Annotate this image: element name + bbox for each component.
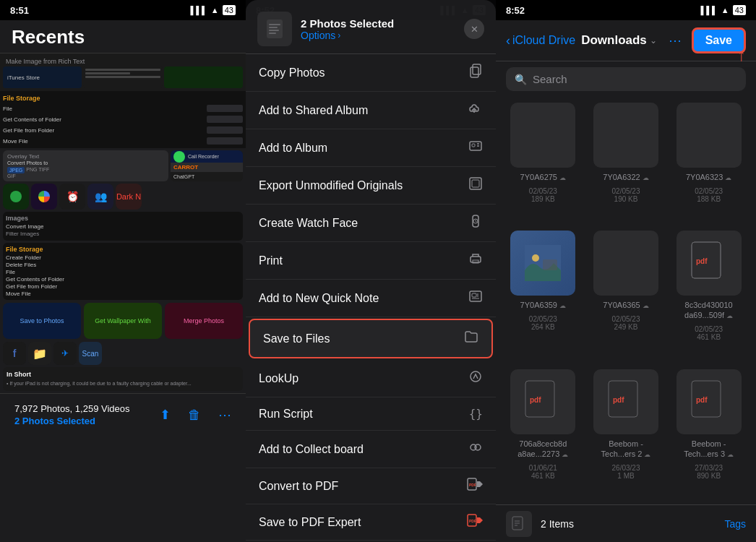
shortcuts-area: Make Image from Rich Text iTunes Store [0, 53, 246, 91]
signal-icon-3: ▌▌▌ [700, 6, 717, 14]
lookup-icon-svg [468, 369, 483, 384]
battery-icon-3: 43 [733, 5, 746, 15]
contacts-emoji: 👥 [95, 191, 107, 202]
share-item-save-files[interactable]: Save to Files ↙ [249, 319, 493, 358]
icloud-footer: 2 Items Tags [496, 504, 756, 542]
get-file-label: Get File from Folder [6, 283, 240, 290]
save-files-icon [464, 330, 478, 348]
file-thumb-2 [593, 103, 658, 168]
file-item-7[interactable]: pdf 706a8cecb8da8ae...2273 ☁ 01/06/21461… [506, 369, 580, 499]
footer-doc-icon [512, 516, 526, 532]
svg-rect-3 [269, 30, 279, 31]
delete-icon[interactable]: 🗑 [188, 408, 201, 423]
file-thumb-8: pdf [593, 369, 658, 434]
convert-item: Overlay Text Convert Photos to JPEG PNG … [3, 150, 168, 181]
watch-face-label: Create Watch Face [259, 217, 463, 230]
status-bar-3: 8:52 ▌▌▌ ▲ 43 [496, 0, 756, 20]
files-icon: 📁 [28, 342, 51, 365]
svg-rect-12 [470, 178, 481, 189]
contacts-icon: 👥 [87, 184, 113, 210]
share-item-collect-board[interactable]: Add to Collect board [246, 431, 496, 468]
fb-icon: f [3, 342, 26, 365]
share-item-export[interactable]: Export Unmodified Originals [246, 167, 496, 205]
battery-icon: 43 [223, 5, 236, 15]
print-label: Print [259, 254, 463, 267]
panel-photos: 8:51 ▌▌▌ ▲ 43 Recents Make Image from Ri… [0, 0, 246, 542]
share-item-copy-photos[interactable]: Copy Photos [246, 54, 496, 92]
run-script-icon: {} [469, 407, 483, 421]
app-icons-row: ⏰ 👥 Dark N [3, 184, 243, 210]
photos-footer: 7,972 Photos, 1,259 Videos 2 Photos Sele… [0, 393, 246, 436]
file-item-9[interactable]: pdf Beebom -Tech...ers 3 ☁ 27/03/23890 K… [671, 369, 746, 499]
more-icon[interactable]: ⋯ [218, 407, 231, 423]
right-column: Call Recorder CARROT ChatGPT [171, 150, 243, 181]
location-breadcrumb: Downloads ⌄ [581, 33, 662, 48]
in-short-title: In Short [7, 371, 239, 378]
sc-item-3 [164, 66, 243, 88]
close-button[interactable]: ✕ [464, 19, 484, 39]
add-album-icon [468, 139, 483, 157]
run-script-label: Run Script [259, 408, 463, 421]
print-icon-svg [468, 251, 483, 266]
file-item-5[interactable]: 7Y0A6365 ☁ 02/05/23249 KB [589, 231, 663, 360]
share-icon[interactable]: ⬆ [160, 407, 171, 423]
share-item-add-album[interactable]: Add to Album [246, 129, 496, 167]
share-item-lookup[interactable]: LookUp [246, 360, 496, 397]
darkn-label: Dark N [116, 192, 141, 201]
share-item-run-script[interactable]: Run Script {} [246, 397, 496, 431]
pdf-expert-icon: PDF [467, 514, 483, 530]
svg-point-37 [532, 254, 539, 262]
get-wallpaper-cell: Get Wallpaper With [84, 303, 162, 339]
share-item-pdf-expert[interactable]: Save to PDF Expert PDF [246, 504, 496, 541]
options-button[interactable]: Options › [301, 30, 455, 41]
back-label: iCloud Drive [512, 34, 575, 47]
shortcuts-label: Make Image from Rich Text [3, 56, 243, 66]
quick-note-label: Add to New Quick Note [259, 292, 463, 305]
search-bar[interactable]: 🔍 Search [506, 67, 746, 91]
svg-text:pdf: pdf [530, 396, 541, 404]
chatgpt-label: ChatGPT [173, 174, 194, 179]
lookup-label: LookUp [259, 372, 463, 385]
fi-2: Get Contents of Folder [3, 114, 243, 124]
file-item-8[interactable]: pdf Beebom -Tech...ers 2 ☁ 26/03/231 MB [589, 369, 663, 499]
save-photos-label: Save to Photos [17, 314, 66, 327]
share-item-quick-note[interactable]: Add to New Quick Note [246, 280, 496, 317]
fi-label-2: Get Contents of Folder [3, 116, 61, 123]
svg-rect-21 [472, 293, 476, 297]
file-item-1[interactable]: 7Y0A6275 ☁ 02/05/23189 KB [506, 103, 580, 222]
convert-img-label: Convert Image [6, 223, 240, 230]
share-item-watch-face[interactable]: Create Watch Face [246, 205, 496, 242]
copy-icon-svg [468, 64, 483, 78]
watch-face-icon [468, 214, 483, 232]
pdf-file-icon: pdf [690, 241, 728, 285]
export-icon [468, 176, 483, 194]
svg-rect-1 [269, 24, 280, 25]
header-action-icons: ⋯ Save [669, 27, 746, 53]
shared-album-icon [468, 101, 483, 119]
photos-header: Recents [0, 20, 246, 53]
fi-bar-4 [207, 137, 243, 145]
call-icon [173, 151, 185, 163]
main-content-area: Overlay Text Convert Photos to JPEG PNG … [0, 148, 246, 393]
create-folder-label: Create Folder [6, 254, 240, 261]
file-item-2[interactable]: 7Y0A6322 ☁ 02/05/23190 KB [589, 103, 663, 222]
more-options-button[interactable]: ⋯ [669, 33, 682, 48]
panel-icloud: 8:52 ▌▌▌ ▲ 43 ‹ iCloud Drive Downloads ⌄… [496, 0, 756, 542]
pdf-file-icon-4: pdf [690, 379, 728, 424]
svg-text:PDF: PDF [469, 483, 476, 487]
options-label: Options [301, 30, 335, 41]
quick-note-icon [468, 289, 483, 307]
tags-button[interactable]: Tags [724, 518, 746, 530]
file-item-3[interactable]: 7Y0A6323 ☁ 02/05/23188 KB [671, 103, 746, 222]
fitness-icon [3, 184, 29, 210]
share-item-print[interactable]: Print [246, 242, 496, 280]
share-item-shared-album[interactable]: Add to Shared Album [246, 92, 496, 129]
share-item-convert-pdf[interactable]: Convert to PDF PDF [246, 468, 496, 504]
file-item-6[interactable]: pdf 8c3cd430010da69...509f ☁ 02/05/23461… [671, 231, 746, 360]
back-button[interactable]: ‹ iCloud Drive [506, 33, 575, 48]
pdf-file-icon-3: pdf [607, 379, 645, 424]
status-time-1: 8:51 [10, 5, 29, 16]
close-icon: ✕ [471, 24, 478, 35]
file-item-4[interactable]: 7Y0A6359 ☁ 02/05/23264 KB [506, 231, 580, 360]
fs2-label: File Storage [6, 246, 240, 253]
